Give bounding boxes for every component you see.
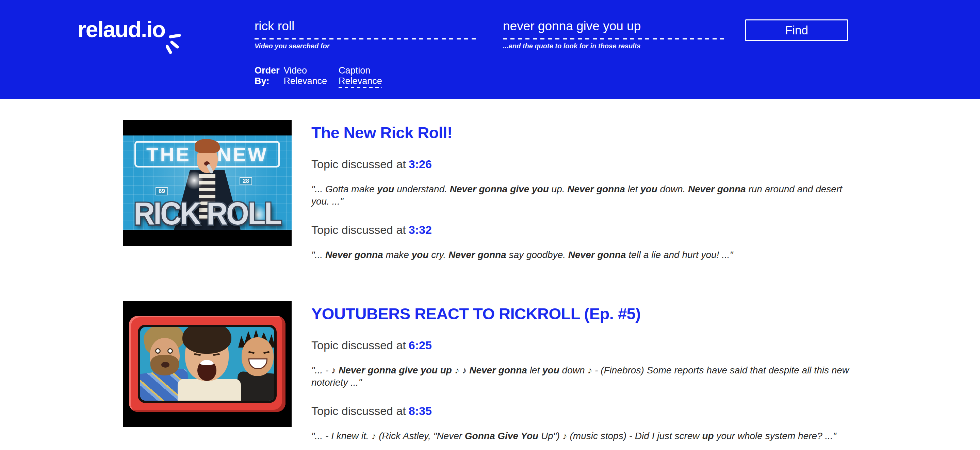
thumbnail-word-the: THE [146, 143, 191, 166]
caption-quote: "... Never gonna make you cry. Never gon… [311, 249, 857, 261]
thumbnail-word-new: NEW [217, 143, 268, 166]
video-thumbnail-rickroll[interactable]: THE NEW 69 28 RICK ROLL [123, 120, 292, 246]
result-body: YOUTUBERS REACT TO RICKROLL (Ep. #5) Top… [311, 301, 857, 442]
results-list: THE NEW 69 28 RICK ROLL The New Rick Rol… [123, 99, 857, 442]
topic-label: Topic discussed at [311, 158, 406, 171]
timestamp-link[interactable]: 3:32 [409, 223, 432, 236]
rick-hair [195, 139, 220, 153]
middle-youtuber-hair [182, 325, 231, 354]
logo[interactable]: relaud.io [78, 16, 182, 54]
timestamp-link[interactable]: 6:25 [409, 339, 432, 352]
video-search-label: Video you searched for [255, 42, 479, 50]
order-by-row: Order By: Video Relevance Caption Releva… [255, 65, 382, 88]
topic-label: Topic discussed at [311, 404, 406, 417]
quote-search-input[interactable] [503, 17, 727, 38]
lens-flare [183, 169, 205, 191]
topic-line: Topic discussed at8:35 [311, 404, 857, 418]
quote-search-label: ...and the quote to look for in those re… [503, 42, 727, 50]
schematic-tag-28: 28 [240, 177, 252, 185]
schematic-tag-69: 69 [156, 187, 168, 195]
order-by-label: Order By: [255, 65, 280, 86]
quote-search-field: ...and the quote to look for in those re… [503, 17, 727, 50]
tv-screen [138, 325, 277, 403]
caption-quote: "... - ♪ Never gonna give you up ♪ ♪ Nev… [311, 364, 857, 389]
middle-youtuber-shirt [178, 379, 241, 403]
video-title[interactable]: YOUTUBERS REACT TO RICKROLL (Ep. #5) [311, 304, 857, 323]
video-title[interactable]: The New Rick Roll! [311, 123, 857, 142]
thumbnail-title-text: RICK ROLL [123, 195, 292, 232]
logo-rays-icon [166, 34, 182, 54]
order-by-video-relevance[interactable]: Video Relevance [284, 65, 327, 86]
result-card-2: YOUTUBERS REACT TO RICKROLL (Ep. #5) Top… [123, 301, 857, 442]
topic-line: Topic discussed at6:25 [311, 339, 857, 352]
video-thumbnail-youtubers-react[interactable] [123, 301, 292, 427]
timestamp-link[interactable]: 8:35 [409, 404, 432, 417]
caption-quote: "... - I knew it. ♪ (Rick Astley, "Never… [311, 430, 857, 442]
video-search-underline [255, 38, 479, 40]
logo-text: relaud.io [78, 16, 165, 54]
video-search-field: Video you searched for [255, 17, 479, 50]
header: relaud.io Video you searched for ...and … [0, 0, 980, 99]
timestamp-link[interactable]: 3:26 [409, 158, 432, 171]
topic-line: Topic discussed at3:26 [311, 158, 857, 171]
result-card-1: THE NEW 69 28 RICK ROLL The New Rick Rol… [123, 120, 857, 261]
topic-line: Topic discussed at3:32 [311, 223, 857, 236]
topic-label: Topic discussed at [311, 339, 406, 352]
order-by-caption-relevance[interactable]: Caption Relevance [339, 65, 382, 88]
quote-search-underline [503, 38, 727, 40]
caption-quote: "... Gotta make you understand. Never go… [311, 183, 857, 207]
video-search-input[interactable] [255, 17, 479, 38]
topic-label: Topic discussed at [311, 223, 406, 236]
result-body: The New Rick Roll! Topic discussed at3:2… [311, 120, 857, 261]
find-button[interactable]: Find [745, 19, 848, 41]
right-youtuber-face [242, 337, 274, 376]
